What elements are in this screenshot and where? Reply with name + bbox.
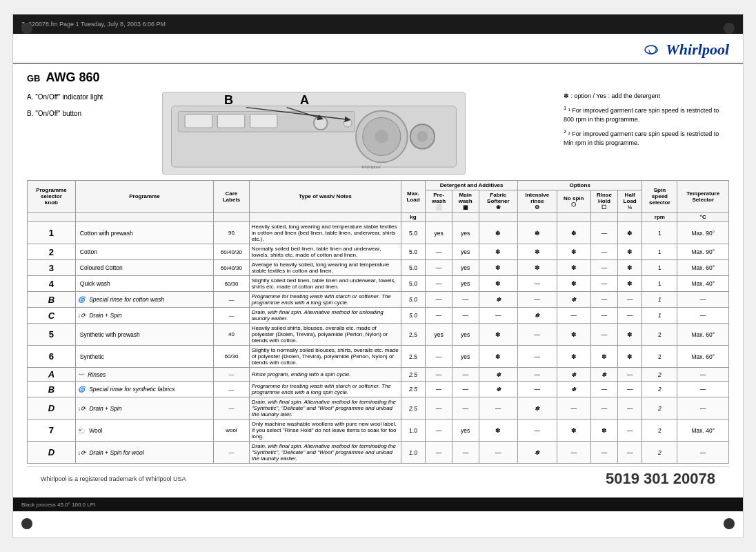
- main-wash: —: [452, 368, 479, 382]
- care-icon: —: [214, 397, 250, 420]
- type-of-wash: Slightly to normally soiled blouses, shi…: [249, 346, 401, 368]
- no-spin: —: [557, 442, 590, 464]
- spin-speed: 2: [642, 420, 677, 442]
- col-unit-kg: kg: [401, 213, 425, 222]
- half-load: ✽: [617, 346, 641, 368]
- type-of-wash: Programme for treating wash with starch …: [249, 292, 401, 308]
- spin-speed: 2: [642, 397, 677, 420]
- col-unit-rpm: rpm: [642, 213, 677, 222]
- col-spin-speed: Spinspeedselector: [642, 181, 677, 213]
- no-spin: ✽: [557, 368, 590, 382]
- main-wash: —: [452, 397, 479, 420]
- col-unit-ns: [557, 213, 590, 222]
- spin-speed: 1: [642, 308, 677, 324]
- care-icon: wool: [214, 420, 250, 442]
- max-load: 2.5: [401, 346, 425, 368]
- spin-speed: 2: [642, 442, 677, 464]
- temperature: Max. 40°: [677, 276, 729, 292]
- type-of-wash: Programme for treating wash with starch …: [249, 382, 401, 397]
- intensive-rinse: —: [518, 276, 557, 292]
- pre-wash: —: [426, 308, 452, 324]
- trademark-text: Whirlpool is a registered trademark of W…: [41, 475, 186, 482]
- rinse-hold: ✽: [590, 420, 617, 442]
- machine-diagram-svg: Whirlpool: [162, 92, 466, 175]
- col-unit-care: [214, 213, 250, 222]
- spin-speed: 1: [642, 292, 677, 308]
- fabric-softener: ✽: [479, 260, 518, 276]
- bottom-bar-text: Black process 45.0° 100.0 LPI: [21, 502, 95, 508]
- fabric-softener: —: [479, 308, 518, 324]
- fabric-softener: ✽: [479, 324, 518, 346]
- col-no-spin: No spin⬡: [557, 190, 590, 213]
- prog-number: C: [28, 308, 76, 324]
- care-icon: —: [214, 382, 250, 397]
- rinse-hold: ✽: [590, 346, 617, 368]
- prog-number: A: [28, 368, 76, 382]
- rinse-hold: —: [590, 308, 617, 324]
- footer: Whirlpool is a registered trademark of W…: [27, 466, 729, 491]
- col-type: Type of wash/ Notes: [249, 181, 401, 213]
- no-spin: ✽: [557, 382, 590, 397]
- no-spin: ✽: [557, 324, 590, 346]
- rinse-hold: —: [590, 260, 617, 276]
- max-load: 2.5: [401, 368, 425, 382]
- spin-speed: 2: [642, 346, 677, 368]
- col-main-wash: Mainwash▦: [452, 190, 479, 213]
- brand-logo: Whirlpool: [641, 39, 729, 60]
- pre-wash: —: [426, 442, 452, 464]
- prog-name: 🐑 Wool: [75, 420, 213, 442]
- fabric-softener: ✽: [479, 292, 518, 308]
- care-icon: 60/40/30: [214, 260, 250, 276]
- half-load: —: [617, 442, 641, 464]
- pre-wash: —: [426, 292, 452, 308]
- prog-name: Cotton with prewash: [75, 222, 213, 244]
- type-of-wash: Drain, with final spin. Alternative meth…: [249, 442, 401, 464]
- fabric-softener: ✽: [479, 346, 518, 368]
- prog-name: Synthetic: [75, 346, 213, 368]
- bottom-bar: Black process 45.0° 100.0 LPI: [13, 497, 743, 511]
- note-1: 1 ¹ For improved garment care spin speed…: [564, 104, 729, 125]
- col-intensive-rinse: Intensiverinse⚙: [518, 190, 557, 213]
- type-of-wash: Drain, with final spin. Alternative meth…: [249, 308, 401, 324]
- col-unit-type: [249, 213, 401, 222]
- col-unit-ir: [518, 213, 557, 222]
- table-row: 4Quick wash60/30Slightly soiled bed line…: [28, 276, 729, 292]
- prog-number: 3: [28, 260, 76, 276]
- table-row: 5Synthetic with prewash40Heavily soiled …: [28, 324, 729, 346]
- type-of-wash: Drain, with final spin. Alternative meth…: [249, 397, 401, 420]
- machine-diagram-container: B A: [162, 92, 553, 175]
- half-load: ✽: [617, 324, 641, 346]
- care-icon: —: [214, 442, 250, 464]
- temperature: —: [677, 397, 729, 420]
- prog-number: 4: [28, 276, 76, 292]
- half-load: —: [617, 368, 641, 382]
- pre-wash: —: [426, 397, 452, 420]
- label-b: B: [224, 93, 233, 108]
- spin-speed: 2: [642, 324, 677, 346]
- no-spin: —: [557, 397, 590, 420]
- main-wash: yes: [452, 276, 479, 292]
- max-load: 2.5: [401, 324, 425, 346]
- temperature: Max. 60°: [677, 324, 729, 346]
- main-wash: yes: [452, 244, 479, 260]
- care-icon: 90: [214, 222, 250, 244]
- type-of-wash: Normally soiled bed linen, table linen a…: [249, 244, 401, 260]
- no-spin: ✽: [557, 276, 590, 292]
- col-unit-fs: [479, 213, 518, 222]
- machine-section: A. "On/Off" indicator light B. "On/Off" …: [27, 92, 729, 175]
- prog-number: D: [28, 397, 76, 420]
- svg-rect-7: [217, 114, 244, 128]
- care-icon: —: [214, 368, 250, 382]
- table-row: B🌀 Special rinse for synthetic fabrics—P…: [28, 382, 729, 397]
- pre-wash: —: [426, 244, 452, 260]
- max-load: 5.0: [401, 244, 425, 260]
- intensive-rinse: ✽: [518, 442, 557, 464]
- main-wash: yes: [452, 420, 479, 442]
- prog-name: Cotton: [75, 244, 213, 260]
- col-temp: TemperatureSelector: [677, 181, 729, 213]
- temperature: Max. 40°: [677, 420, 729, 442]
- fabric-softener: —: [479, 442, 518, 464]
- fabric-softener: ✽: [479, 368, 518, 382]
- fabric-softener: —: [479, 397, 518, 420]
- corner-mark-bl: [21, 518, 32, 529]
